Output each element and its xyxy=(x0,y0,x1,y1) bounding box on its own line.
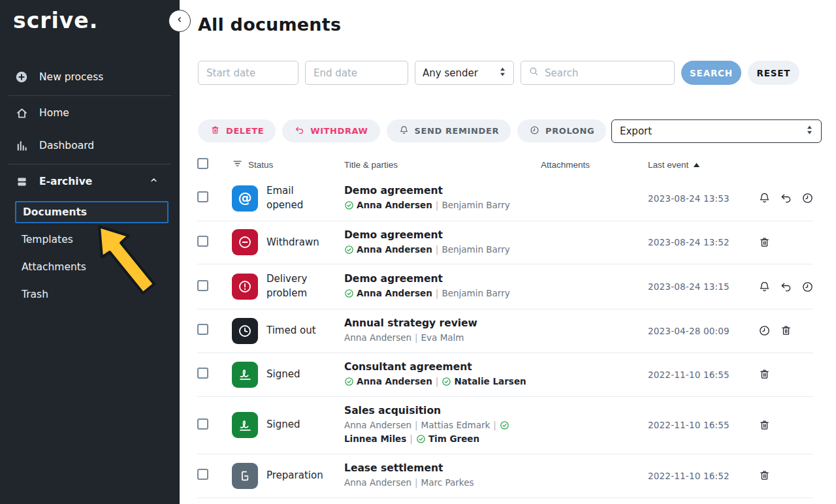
trash-icon[interactable] xyxy=(758,469,771,482)
party-name: Anna Andersen xyxy=(344,332,411,343)
clock-icon[interactable] xyxy=(801,191,814,205)
undo-icon[interactable] xyxy=(779,280,793,294)
check-circle-icon xyxy=(344,376,357,386)
timed-out-icon xyxy=(232,318,258,344)
party-name: Benjamin Barry xyxy=(442,244,509,255)
filter-icon[interactable] xyxy=(232,158,243,171)
sidebar-item-label: Trash xyxy=(22,289,48,300)
filter-bar: Any sender SEARCH RESET xyxy=(198,61,799,85)
send-reminder-button[interactable]: SEND REMINDER xyxy=(387,119,511,142)
check-circle-icon xyxy=(344,200,357,210)
trash-icon[interactable] xyxy=(758,418,771,432)
trash-icon[interactable] xyxy=(758,236,771,249)
end-date-input[interactable] xyxy=(305,61,408,85)
status-label: Email opened xyxy=(266,184,340,213)
sidebar-item-label: Documents xyxy=(23,206,87,218)
delete-button[interactable]: DELETE xyxy=(198,119,276,142)
party-name: Anna Andersen xyxy=(357,200,432,210)
search-input[interactable] xyxy=(545,67,667,79)
row-checkbox[interactable] xyxy=(197,236,208,247)
sidebar-item-documents[interactable]: Documents xyxy=(15,201,169,223)
sidebar-item-home[interactable]: Home xyxy=(0,101,180,125)
export-select-value: Export xyxy=(620,125,652,137)
bell-icon[interactable] xyxy=(758,280,771,294)
last-event-column-header[interactable]: Last event xyxy=(648,160,758,170)
row-checkbox[interactable] xyxy=(197,418,208,430)
party-name: Linnea Miles xyxy=(344,433,406,444)
undo-icon[interactable] xyxy=(779,191,793,205)
sidebar-collapse-button[interactable] xyxy=(169,10,191,32)
row-actions xyxy=(758,469,813,482)
document-title[interactable]: Annual strategy review xyxy=(344,317,541,329)
row-actions xyxy=(758,236,813,249)
status-column-header[interactable]: Status xyxy=(248,160,273,170)
document-title[interactable]: Sales acquisition xyxy=(344,405,541,417)
clock-icon xyxy=(529,125,540,138)
send-reminder-label: SEND REMINDER xyxy=(415,126,499,136)
sidebar-item-trash[interactable]: Trash xyxy=(0,284,180,305)
table-header: Status Title & parties Attachments Last … xyxy=(197,153,813,176)
row-checkbox[interactable] xyxy=(197,368,208,379)
sidebar-item-dashboard[interactable]: Dashboard xyxy=(0,133,180,158)
start-date-input[interactable] xyxy=(198,61,298,85)
status-label: Timed out xyxy=(266,324,340,338)
trash-icon[interactable] xyxy=(758,368,771,381)
preparation-icon xyxy=(232,463,258,489)
attachments-column-header[interactable]: Attachments xyxy=(541,160,648,170)
party-name: Natalie Larsen xyxy=(454,376,526,386)
party-name: Anna Andersen xyxy=(357,244,432,255)
row-checkbox[interactable] xyxy=(197,191,208,202)
title-column-header[interactable]: Title & parties xyxy=(344,160,541,170)
party-name: Tim Green xyxy=(428,433,479,444)
document-title[interactable]: Consultant agreement xyxy=(344,361,541,373)
document-parties: Anna Andersen|Benjamin Barry xyxy=(344,287,541,300)
row-checkbox[interactable] xyxy=(197,324,208,335)
sort-ascending-icon xyxy=(693,160,700,170)
last-event-date: 2023-08-24 13:15 xyxy=(648,281,758,292)
last-event-date: 2022-11-10 16:55 xyxy=(648,420,758,430)
sidebar-item-label: Attachments xyxy=(22,261,86,273)
check-circle-icon xyxy=(344,288,357,298)
sidebar-item-earchive[interactable]: E-archive xyxy=(0,169,180,194)
last-event-label: Last event xyxy=(648,160,688,170)
row-checkbox[interactable] xyxy=(197,280,208,291)
withdraw-label: WITHDRAW xyxy=(310,126,368,136)
party-separator: | xyxy=(411,332,421,343)
select-all-checkbox[interactable] xyxy=(197,158,208,169)
party-separator: | xyxy=(432,376,442,386)
main-content: All documents Any sender SEARCH RESET DE… xyxy=(180,0,836,504)
document-title[interactable]: Demo agreement xyxy=(344,229,541,241)
sidebar-item-attachments[interactable]: Attachments xyxy=(0,257,180,277)
sender-select[interactable]: Any sender xyxy=(415,61,514,85)
table-body: @ Email opened Demo agreement Anna Ander… xyxy=(197,176,813,498)
check-circle-icon xyxy=(442,376,454,386)
signed-icon xyxy=(232,362,258,388)
document-title[interactable]: Demo agreement xyxy=(344,185,541,197)
row-checkbox[interactable] xyxy=(197,469,208,480)
clock-icon[interactable] xyxy=(801,280,814,294)
clock-icon[interactable] xyxy=(758,324,771,338)
search-field xyxy=(521,61,675,85)
sidebar-item-templates[interactable]: Templates xyxy=(0,229,180,250)
export-select[interactable]: Export xyxy=(611,119,822,143)
check-circle-icon xyxy=(416,433,428,444)
party-separator: | xyxy=(432,288,442,298)
new-process-button[interactable]: New process xyxy=(0,65,180,89)
party-separator: | xyxy=(432,244,442,255)
table-row: Signed Consultant agreement Anna Anderse… xyxy=(197,353,813,397)
party-name: Benjamin Barry xyxy=(442,200,509,210)
table-row: @ Email opened Demo agreement Anna Ander… xyxy=(197,176,813,221)
document-parties: Anna Andersen|Natalie Larsen xyxy=(344,375,541,388)
check-circle-icon xyxy=(344,244,357,255)
table-row: Withdrawn Demo agreement Anna Andersen|B… xyxy=(197,221,813,265)
trash-icon[interactable] xyxy=(779,324,793,338)
dashboard-icon xyxy=(14,138,29,153)
prolong-button[interactable]: PROLONG xyxy=(517,119,606,142)
withdraw-button[interactable]: WITHDRAW xyxy=(282,119,379,142)
reset-button[interactable]: RESET xyxy=(748,61,799,85)
document-title[interactable]: Demo agreement xyxy=(344,273,541,285)
documents-table: Status Title & parties Attachments Last … xyxy=(197,153,813,498)
search-button[interactable]: SEARCH xyxy=(681,61,741,85)
bell-icon[interactable] xyxy=(758,191,771,205)
document-title[interactable]: Lease settlement xyxy=(344,462,541,474)
